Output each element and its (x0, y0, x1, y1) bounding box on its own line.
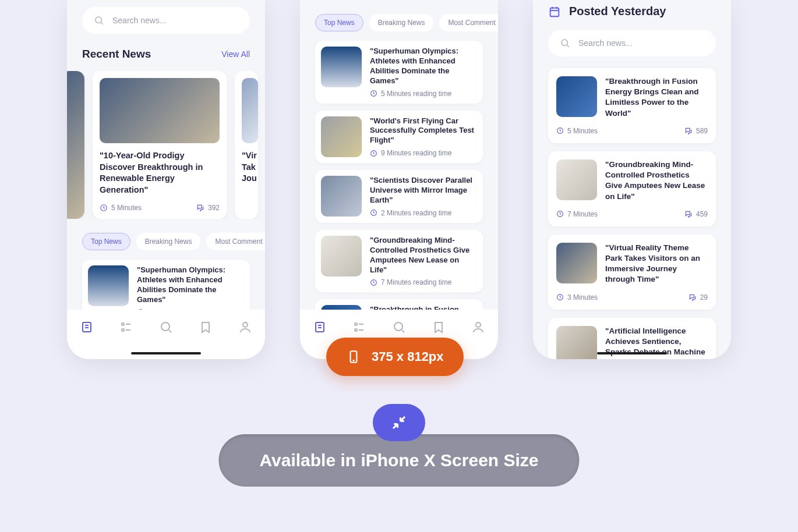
news-card-title: "10-Year-Old Prodigy Discover Breakthrou… (100, 150, 220, 196)
comment-count: 589 (684, 127, 708, 135)
news-list-item[interactable]: "World's First Flying Car Successfully C… (315, 111, 483, 164)
search-icon (560, 38, 570, 48)
item-title: "Virtual Reality Theme Park Takes Visito… (605, 243, 708, 285)
item-title: "Breakthrough in Fusion Energy Brings Cl… (605, 76, 708, 119)
list-item-title: "Scientists Discover Parallel Universe w… (370, 176, 477, 205)
phone-screen-2: Top NewsBreaking NewsMost CommentM "Supe… (300, 0, 498, 359)
phone-screen-3: Posted Yesterday Search news... "Breakth… (533, 0, 731, 359)
news-card-peek[interactable] (67, 71, 84, 219)
news-card[interactable]: "10-Year-Old Prodigy Discover Breakthrou… (93, 71, 227, 219)
chip-top-news[interactable]: Top News (315, 14, 363, 31)
item-title: "Groundbreaking Mind-Controlled Prosthet… (605, 159, 708, 202)
tab-bar (67, 310, 265, 359)
news-list-item[interactable]: "Superhuman Olympics: Athletes with Enha… (315, 41, 483, 104)
chip-most-comment[interactable]: Most Comment (439, 14, 498, 31)
search-input[interactable]: Search news... (82, 7, 250, 34)
comment-icon (196, 204, 204, 212)
svg-point-9 (122, 329, 124, 331)
list-item-title: "Superhuman Olympics: Athletes with Enha… (370, 47, 477, 86)
svg-rect-28 (550, 8, 559, 16)
list-item-title: "Groundbreaking Mind-Controlled Prosthet… (370, 236, 477, 275)
dimension-badge: 375 x 812px (326, 338, 464, 376)
news-list-item[interactable]: "Scientists Discover Parallel Universe w… (315, 170, 483, 223)
recent-news-carousel[interactable]: "10-Year-Old Prodigy Discover Breakthrou… (67, 71, 265, 219)
svg-point-25 (394, 322, 402, 331)
tab-news[interactable] (313, 320, 327, 336)
search-input[interactable]: Search news... (548, 30, 716, 56)
home-indicator (131, 352, 201, 354)
list-item-image (321, 176, 362, 217)
svg-point-38 (353, 360, 354, 361)
list-item-title: "Superhuman Olympics: Athletes with Enha… (137, 265, 244, 305)
chip-top-news[interactable]: Top News (82, 233, 130, 250)
item-image (556, 326, 597, 359)
tab-profile[interactable] (238, 320, 252, 336)
svg-line-26 (402, 330, 404, 332)
svg-point-21 (355, 323, 357, 325)
item-image (556, 243, 597, 283)
item-image (556, 76, 597, 117)
tab-news[interactable] (80, 320, 94, 336)
reading-time: 9 Minutes reading time (370, 149, 477, 157)
chip-breaking-news[interactable]: Breaking News (136, 233, 201, 250)
chip-most-comment[interactable]: Most Comment (206, 233, 265, 250)
search-placeholder: Search news... (112, 16, 167, 25)
category-chips[interactable]: Top NewsBreaking NewsMost CommentM (300, 14, 498, 31)
view-all-link[interactable]: View All (221, 49, 250, 59)
tab-categories[interactable] (352, 320, 366, 336)
comment-count: 29 (688, 293, 708, 302)
list-item-image (88, 265, 129, 306)
svg-line-12 (169, 330, 171, 332)
svg-point-13 (243, 322, 248, 327)
clock-icon (100, 204, 108, 212)
reading-time: 5 Minutes (100, 204, 142, 212)
reading-time: 7 Minutes reading time (370, 278, 477, 286)
reading-time: 2 Minutes reading time (370, 209, 477, 217)
svg-point-32 (562, 40, 568, 46)
svg-point-23 (355, 329, 357, 331)
tab-profile[interactable] (471, 320, 485, 336)
list-item-title: "World's First Flying Car Successfully C… (370, 116, 477, 146)
news-list-item[interactable]: "Groundbreaking Mind-Controlled Prosthet… (315, 230, 483, 293)
calendar-icon (548, 5, 561, 18)
svg-line-33 (567, 45, 569, 47)
comment-count: 392 (196, 204, 220, 212)
news-item-card[interactable]: "Virtual Reality Theme Park Takes Visito… (548, 235, 716, 310)
svg-point-7 (122, 323, 124, 325)
category-chips[interactable]: Top NewsBreaking NewsMost CommentM (67, 233, 265, 250)
recent-news-title: Recent News (82, 48, 151, 61)
screen-size-label: Available in iPhone X Screen Size (218, 434, 579, 487)
posted-yesterday-title: Posted Yesterday (569, 5, 666, 18)
reading-time: 5 Minutes (556, 127, 598, 135)
reading-time: 3 Minutes (556, 293, 598, 302)
collapse-icon-badge (373, 404, 425, 441)
svg-line-1 (101, 23, 103, 24)
search-placeholder: Search news... (578, 38, 633, 48)
tab-categories[interactable] (119, 320, 133, 336)
list-item-image (321, 236, 362, 276)
tab-search[interactable] (159, 320, 173, 336)
tab-search[interactable] (392, 320, 406, 336)
chip-breaking-news[interactable]: Breaking News (369, 14, 434, 31)
phone-icon (346, 349, 361, 364)
tab-bookmarks[interactable] (432, 320, 446, 336)
collapse-icon (390, 414, 408, 431)
svg-point-27 (476, 322, 481, 327)
phone-screen-1: Search news... Recent News View All "10-… (67, 0, 265, 359)
news-item-card[interactable]: "Breakthrough in Fusion Energy Brings Cl… (548, 68, 716, 143)
news-card-image (100, 78, 220, 143)
list-item-image (321, 116, 362, 157)
svg-point-0 (96, 17, 102, 23)
svg-point-11 (161, 322, 170, 331)
item-image (556, 159, 597, 200)
news-card-image (242, 78, 258, 143)
reading-time: 7 Minutes (556, 210, 598, 218)
news-card-peek[interactable]: "Vir Tak Jou (235, 71, 258, 219)
tab-bookmarks[interactable] (199, 320, 213, 336)
news-item-card[interactable]: "Groundbreaking Mind-Controlled Prosthet… (548, 151, 716, 226)
list-item-image (321, 47, 362, 87)
search-icon (94, 15, 104, 26)
reading-time: 5 Minutes reading time (370, 90, 477, 98)
home-indicator (597, 352, 667, 354)
comment-count: 459 (684, 210, 708, 218)
